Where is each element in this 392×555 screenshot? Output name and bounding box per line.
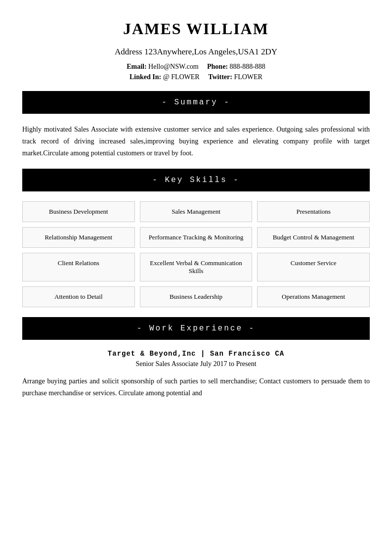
work-description: Arrange buying parties and solicit spons… xyxy=(22,375,370,399)
candidate-name: JAMES WILLIAM xyxy=(22,20,370,38)
company-name: Target & Beyond,Inc | San Francisco CA xyxy=(22,350,370,358)
skill-item: Relationship Management xyxy=(22,227,135,248)
skill-item: Budget Control & Management xyxy=(257,227,370,248)
summary-section: - Summary - Highly motivated Sales Assoc… xyxy=(22,91,370,159)
contact-email-phone: Email: Hello@NSW.com Phone: 888-888-888 xyxy=(22,63,370,71)
skill-item: Operations Management xyxy=(257,286,370,307)
summary-text: Highly motivated Sales Associate with ex… xyxy=(22,124,370,159)
candidate-address: Address 123Anywhere,Los Angeles,USA1 2DY xyxy=(22,47,370,57)
email-value: Hello@NSW.com xyxy=(148,63,198,70)
twitter-label: Twitter: xyxy=(208,73,232,81)
resume-header: JAMES WILLIAM Address 123Anywhere,Los An… xyxy=(22,20,370,81)
skill-item: Sales Management xyxy=(140,201,253,222)
skill-item: Excellent Verbal & Communication Skills xyxy=(140,253,253,281)
skill-item: Client Relations xyxy=(22,253,135,281)
skill-item: Attention to Detail xyxy=(22,286,135,307)
phone-label: Phone: xyxy=(207,63,228,70)
twitter-value: FLOWER xyxy=(234,73,262,81)
linkedin-label: Linked In: xyxy=(130,73,161,81)
skill-item: Performance Tracking & Monitoring xyxy=(140,227,253,248)
contact-social: Linked In: @ FLOWER Twitter: FLOWER xyxy=(22,73,370,81)
skills-grid: Business DevelopmentSales ManagementPres… xyxy=(22,201,370,307)
skill-item: Customer Service xyxy=(257,253,370,281)
work-section: - Work Experience - Target & Beyond,Inc … xyxy=(22,317,370,399)
linkedin-value: @ FLOWER xyxy=(163,73,200,81)
email-label: Email: xyxy=(127,63,146,70)
job-title: Senior Sales Associate July 2017 to Pres… xyxy=(22,360,370,368)
skill-item: Business Development xyxy=(22,201,135,222)
work-header: - Work Experience - xyxy=(22,317,370,340)
skills-header: - Key Skills - xyxy=(22,169,370,191)
skill-item: Presentations xyxy=(257,201,370,222)
skill-item: Business Leadership xyxy=(140,286,253,307)
summary-header: - Summary - xyxy=(22,91,370,114)
skills-section: - Key Skills - Business DevelopmentSales… xyxy=(22,169,370,307)
phone-value: 888-888-888 xyxy=(230,63,265,70)
